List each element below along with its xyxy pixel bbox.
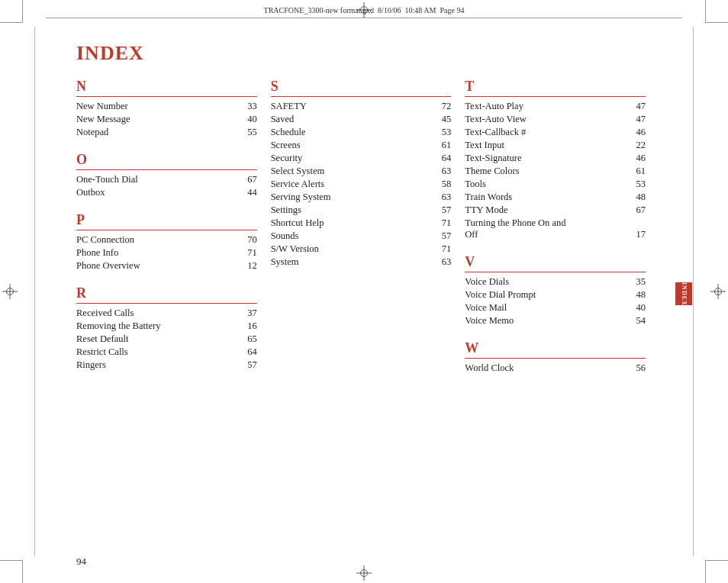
entry-page: 67 xyxy=(239,174,257,185)
header-page-label: Page 94 xyxy=(440,6,464,14)
entry-text-auto-view: Text-Auto View 47 xyxy=(465,114,646,125)
section-o-letter: O xyxy=(76,152,257,168)
entry-voice-memo: Voice Memo 54 xyxy=(465,315,646,327)
entry-label: Select System xyxy=(271,166,433,177)
reg-mark-right xyxy=(710,284,726,299)
entry-page: 35 xyxy=(627,276,646,288)
entry-label: New Number xyxy=(76,101,239,112)
entry-tools: Tools 53 xyxy=(465,179,646,190)
section-n-letter: N xyxy=(76,79,257,95)
entry-voice-mail: Voice Mail 40 xyxy=(465,302,646,314)
section-o-divider xyxy=(76,169,257,170)
section-p-divider xyxy=(76,230,257,230)
crop-mark-bl xyxy=(0,560,23,583)
margin-line-left xyxy=(34,27,35,556)
entry-page: 71 xyxy=(433,243,451,255)
entry-label: Screens xyxy=(271,140,433,151)
entry-page: 57 xyxy=(433,205,451,216)
entry-text-callback: Text-Callback # 46 xyxy=(465,127,646,138)
entry-sw-version: S/W Version 71 xyxy=(271,243,452,255)
entry-safety: SAFETY 72 xyxy=(271,101,452,112)
entry-outbox: Outbox 44 xyxy=(76,187,257,198)
crop-mark-tl xyxy=(0,0,23,23)
entry-page: 71 xyxy=(239,247,257,259)
entry-page: 48 xyxy=(627,192,646,203)
entry-label: TTY Mode xyxy=(465,205,627,216)
entry-page: 63 xyxy=(433,166,451,177)
entry-reset-default: Reset Default 65 xyxy=(76,333,257,345)
entry-page: 70 xyxy=(239,234,257,246)
reg-mark-left xyxy=(2,284,18,299)
entry-label: Outbox xyxy=(76,187,239,198)
entry-label: Restrict Calls xyxy=(76,346,239,358)
entry-page: 64 xyxy=(433,153,451,164)
entry-train-words: Train Words 48 xyxy=(465,192,646,203)
section-t-divider xyxy=(465,96,646,97)
entry-label: Removing the Battery xyxy=(76,320,239,332)
index-columns: N New Number 33 New Message 40 Notepad 5… xyxy=(76,79,659,375)
header-date: 8/10/06 xyxy=(378,6,401,14)
entry-label: System xyxy=(271,256,433,268)
entry-page: 47 xyxy=(627,114,646,125)
entry-label: Received Calls xyxy=(76,308,239,319)
entry-label: Turning the Phone On and xyxy=(465,217,646,229)
section-w-divider xyxy=(465,358,646,359)
entry-serving-system: Serving System 63 xyxy=(271,192,452,203)
entry-page: 67 xyxy=(627,205,646,216)
entry-label: Shortcut Help xyxy=(271,217,433,229)
entry-page: 72 xyxy=(433,101,451,112)
index-tab-label: INDEX xyxy=(681,282,688,306)
entry-page: 63 xyxy=(433,256,451,268)
entry-label: One-Touch Dial xyxy=(76,174,239,185)
entry-page: 16 xyxy=(239,320,257,332)
entry-page: 54 xyxy=(627,315,646,327)
entry-voice-dials: Voice Dials 35 xyxy=(465,276,646,288)
entry-phone-overview: Phone Overview 12 xyxy=(76,260,257,272)
entry-new-number: New Number 33 xyxy=(76,101,257,112)
section-p-letter: P xyxy=(76,212,257,228)
entry-label: Theme Colors xyxy=(465,166,627,177)
entry-label: Serving System xyxy=(271,192,433,203)
page-number: 94 xyxy=(76,556,86,568)
column-1: N New Number 33 New Message 40 Notepad 5… xyxy=(76,79,271,375)
entry-page: 17 xyxy=(627,229,646,240)
entry-label: Notepad xyxy=(76,127,239,138)
entry-label: Train Words xyxy=(465,192,627,203)
entry-page: 61 xyxy=(627,166,646,177)
entry-turning-phone-on: Turning the Phone On and Off 17 xyxy=(465,217,646,240)
entry-label: Text-Signature xyxy=(465,153,627,164)
entry-page: 55 xyxy=(239,127,257,138)
entry-world-clock: World Clock 56 xyxy=(465,362,646,374)
entry-label: Text Input xyxy=(465,140,627,151)
entry-saved: Saved 45 xyxy=(271,114,452,125)
entry-label: Security xyxy=(271,153,433,164)
margin-line-right xyxy=(693,27,694,556)
entry-label: PC Connection xyxy=(76,234,239,246)
entry-label: Text-Callback # xyxy=(465,127,627,138)
entry-tty-mode: TTY Mode 67 xyxy=(465,205,646,216)
entry-label: Schedule xyxy=(271,127,433,138)
main-content: INDEX N New Number 33 New Message 40 Not… xyxy=(76,42,659,545)
entry-service-alerts: Service Alerts 58 xyxy=(271,179,452,190)
entry-security: Security 64 xyxy=(271,153,452,164)
entry-label: Settings xyxy=(271,205,433,216)
entry-one-touch-dial: One-Touch Dial 67 xyxy=(76,174,257,185)
entry-page: 22 xyxy=(627,140,646,151)
entry-page: 63 xyxy=(433,192,451,203)
entry-page: 53 xyxy=(627,179,646,190)
entry-page: 61 xyxy=(433,140,451,151)
entry-page: 53 xyxy=(433,127,451,138)
column-2: S SAFETY 72 Saved 45 Schedule 53 Screens… xyxy=(271,79,465,375)
column-3: T Text-Auto Play 47 Text-Auto View 47 Te… xyxy=(465,79,659,375)
entry-page: 40 xyxy=(239,114,257,125)
entry-page: 12 xyxy=(239,260,257,272)
page: TRACFONE_3300-new format.qxd 8/10/06 10:… xyxy=(0,0,728,583)
entry-pc-connection: PC Connection 70 xyxy=(76,234,257,246)
entry-label: Reset Default xyxy=(76,333,239,345)
entry-page: 58 xyxy=(433,179,451,190)
entry-label: S/W Version xyxy=(271,243,433,255)
entry-page: 57 xyxy=(239,359,257,371)
entry-ringers: Ringers 57 xyxy=(76,359,257,371)
entry-label: Ringers xyxy=(76,359,239,371)
entry-new-message: New Message 40 xyxy=(76,114,257,125)
